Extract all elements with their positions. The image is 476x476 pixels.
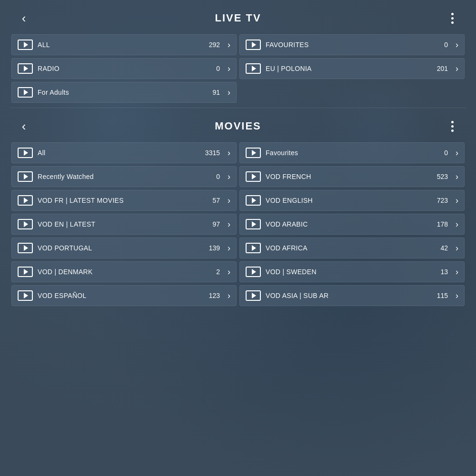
live-tv-grid: ALL 292 › FAVOURITES 0 › RADIO 0 › EU | … [10, 34, 466, 108]
item-label: ALL [38, 41, 201, 49]
list-item[interactable]: ALL 292 › [11, 34, 237, 55]
movies-menu-button[interactable] [443, 117, 462, 136]
play-triangle-icon [252, 42, 256, 48]
movies-section: ‹ MOVIES All 3315 › Favourites 0 › [0, 108, 476, 476]
list-item[interactable]: VOD FRENCH 523 › [239, 166, 465, 187]
play-triangle-icon [252, 269, 256, 275]
item-count: 292 [206, 41, 220, 49]
live-tv-back-button[interactable]: ‹ [14, 9, 33, 28]
play-triangle-icon [24, 269, 28, 275]
play-triangle-icon [24, 89, 28, 95]
play-triangle-icon [24, 221, 28, 227]
dot-icon [451, 121, 454, 123]
item-count: 115 [434, 292, 448, 299]
live-tv-section: ‹ LIVE TV ALL 292 › FAVOURITES 0 › [0, 0, 476, 108]
chevron-right-icon: › [456, 148, 458, 158]
list-item[interactable]: RADIO 0 › [11, 58, 237, 79]
item-label: RADIO [38, 65, 201, 72]
dot-icon [451, 17, 454, 20]
movies-header: ‹ MOVIES [10, 108, 466, 142]
chevron-right-icon: › [228, 243, 230, 253]
chevron-right-icon: › [456, 243, 458, 253]
item-count: 13 [434, 268, 448, 276]
list-item[interactable]: VOD ARABIC 178 › [239, 214, 465, 235]
list-item[interactable]: VOD EN | LATEST 97 › [11, 214, 237, 235]
item-count: 139 [206, 244, 220, 252]
item-count: 123 [206, 292, 220, 299]
chevron-right-icon: › [228, 267, 230, 277]
list-item[interactable]: FAVOURITES 0 › [239, 34, 465, 55]
live-tv-title: LIVE TV [33, 12, 443, 24]
list-item[interactable]: VOD ENGLISH 723 › [239, 190, 465, 211]
back-chevron-left-icon: ‹ [22, 119, 26, 134]
play-triangle-icon [252, 245, 256, 251]
play-icon [246, 148, 261, 158]
item-count: 57 [206, 197, 220, 204]
item-label: Favourites [266, 149, 429, 157]
play-icon [246, 40, 261, 50]
chevron-right-icon: › [456, 64, 458, 74]
chevron-right-icon: › [456, 196, 458, 206]
item-label: VOD | DENMARK [38, 268, 201, 276]
live-tv-menu-button[interactable] [443, 9, 462, 28]
dot-icon [451, 21, 454, 24]
back-chevron-left-icon: ‹ [22, 11, 26, 26]
list-item[interactable]: For Adults 91 › [11, 82, 237, 103]
chevron-right-icon: › [228, 40, 230, 50]
list-item[interactable]: VOD ESPAÑOL 123 › [11, 285, 237, 306]
list-item[interactable]: VOD PORTUGAL 139 › [11, 238, 237, 258]
play-icon [18, 63, 33, 74]
list-item[interactable]: EU | POLONIA 201 › [239, 58, 465, 79]
play-triangle-icon [252, 66, 256, 71]
play-triangle-icon [252, 293, 256, 298]
chevron-right-icon: › [456, 267, 458, 277]
play-icon [246, 171, 261, 182]
play-icon [246, 243, 261, 253]
item-label: VOD FRENCH [266, 173, 429, 180]
chevron-right-icon: › [228, 291, 230, 301]
dot-icon [451, 125, 454, 128]
play-triangle-icon [252, 150, 256, 156]
item-label: Recently Watched [38, 173, 201, 180]
play-icon [18, 87, 33, 98]
movies-back-button[interactable]: ‹ [14, 117, 33, 136]
item-label: EU | POLONIA [266, 65, 429, 72]
chevron-right-icon: › [228, 64, 230, 74]
play-icon [18, 267, 33, 277]
item-label: For Adults [38, 89, 201, 96]
play-triangle-icon [24, 245, 28, 251]
play-triangle-icon [252, 198, 256, 203]
item-label: VOD ESPAÑOL [38, 292, 201, 299]
movies-grid: All 3315 › Favourites 0 › Recently Watch… [10, 142, 466, 311]
chevron-right-icon: › [456, 172, 458, 182]
item-count: 523 [434, 173, 448, 180]
item-label: VOD EN | LATEST [38, 220, 201, 228]
item-label: All [38, 149, 200, 157]
item-label: VOD AFRICA [266, 244, 429, 252]
list-item[interactable]: All 3315 › [11, 142, 237, 163]
play-icon [246, 63, 261, 74]
list-item[interactable]: VOD FR | LATEST MOVIES 57 › [11, 190, 237, 211]
chevron-right-icon: › [228, 219, 230, 229]
play-icon [246, 195, 261, 206]
play-icon [18, 219, 33, 229]
list-item[interactable]: VOD AFRICA 42 › [239, 238, 465, 258]
list-item[interactable]: VOD | DENMARK 2 › [11, 261, 237, 282]
play-icon [246, 219, 261, 229]
list-item[interactable]: Favourites 0 › [239, 142, 465, 163]
list-item[interactable]: Recently Watched 0 › [11, 166, 237, 187]
play-triangle-icon [24, 42, 28, 48]
play-icon [18, 195, 33, 206]
item-label: VOD FR | LATEST MOVIES [38, 197, 201, 204]
play-icon [18, 290, 33, 301]
item-count: 723 [434, 197, 448, 204]
item-count: 0 [206, 65, 220, 72]
item-count: 2 [206, 268, 220, 276]
item-count: 42 [434, 244, 448, 252]
play-triangle-icon [24, 293, 28, 298]
item-count: 0 [206, 173, 220, 180]
list-item[interactable]: VOD | SWEDEN 13 › [239, 261, 465, 282]
play-icon [246, 290, 261, 301]
item-count: 3315 [205, 149, 220, 157]
list-item[interactable]: VOD ASIA | SUB AR 115 › [239, 285, 465, 306]
